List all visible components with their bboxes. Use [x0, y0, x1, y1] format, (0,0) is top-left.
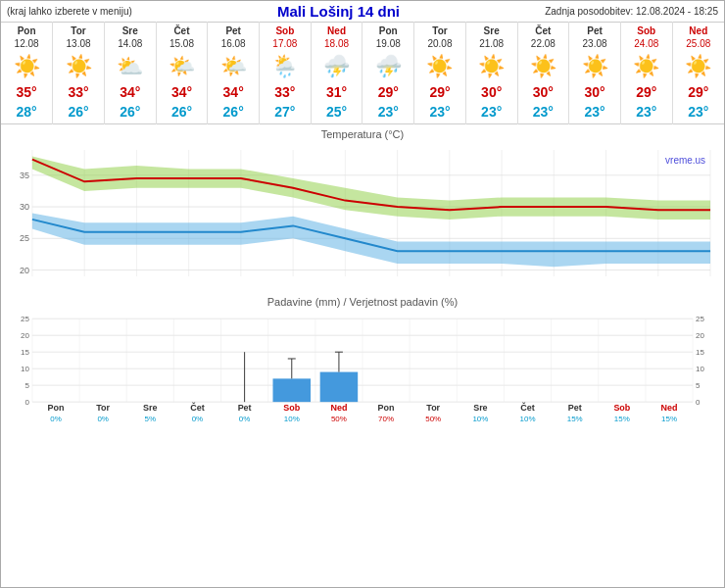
svg-text:30: 30 [20, 202, 29, 212]
svg-text:Ned: Ned [661, 404, 678, 414]
svg-text:15%: 15% [614, 416, 630, 424]
kraj-label: (kraj lahko izberete v meniju) [7, 6, 132, 17]
svg-text:Pon: Pon [48, 404, 65, 414]
temp-chart: 35302520vreme.us [5, 142, 720, 294]
svg-text:Čet: Čet [520, 403, 535, 414]
svg-text:20: 20 [696, 331, 704, 340]
svg-text:0%: 0% [50, 416, 62, 424]
svg-text:Sob: Sob [613, 404, 630, 414]
svg-text:0%: 0% [239, 416, 251, 424]
svg-marker-22 [32, 157, 710, 220]
svg-rect-59 [273, 378, 312, 402]
svg-text:Sre: Sre [143, 404, 158, 414]
page-title: Mali Lošinj 14 dni [277, 3, 400, 20]
svg-text:0%: 0% [192, 416, 204, 424]
svg-text:5: 5 [24, 381, 28, 390]
svg-text:35: 35 [20, 171, 29, 180]
precip-chart: 25252020151510105500PonTorSreČetPetSobNe… [5, 310, 720, 427]
svg-text:10: 10 [21, 365, 29, 373]
svg-text:0: 0 [696, 398, 700, 407]
svg-text:Pet: Pet [238, 404, 252, 414]
svg-text:10%: 10% [472, 416, 488, 424]
svg-text:50%: 50% [425, 416, 441, 424]
svg-text:5%: 5% [145, 416, 157, 424]
precip-chart-section: Padavine (mm) / Verjetnost padavin (%) 2… [1, 294, 724, 427]
svg-text:Ned: Ned [330, 404, 347, 414]
svg-text:0%: 0% [97, 416, 109, 424]
svg-text:70%: 70% [378, 416, 394, 424]
svg-text:25: 25 [696, 315, 704, 323]
svg-text:Tor: Tor [96, 404, 110, 414]
svg-text:15%: 15% [567, 416, 583, 424]
svg-text:25: 25 [20, 233, 29, 243]
svg-text:20: 20 [21, 331, 29, 340]
svg-marker-23 [32, 214, 710, 268]
temp-chart-section: Temperatura (°C) 35302520vreme.us [1, 124, 724, 294]
update-label: Zadnja posodobitev: 12.08.2024 - 18:25 [545, 6, 718, 17]
svg-text:5: 5 [696, 381, 700, 390]
svg-text:15%: 15% [661, 416, 677, 424]
svg-text:Tor: Tor [426, 404, 440, 414]
svg-text:10: 10 [696, 365, 704, 373]
svg-text:Pon: Pon [378, 404, 395, 414]
svg-text:Pet: Pet [568, 404, 582, 414]
svg-text:15: 15 [696, 348, 704, 357]
svg-text:20: 20 [20, 266, 29, 275]
svg-text:Sob: Sob [283, 404, 300, 414]
svg-text:25: 25 [21, 315, 29, 323]
svg-rect-62 [320, 372, 359, 403]
svg-text:0: 0 [24, 398, 28, 407]
precip-chart-title: Padavine (mm) / Verjetnost padavin (%) [1, 296, 724, 308]
svg-text:vreme.us: vreme.us [665, 155, 705, 166]
svg-text:15: 15 [21, 348, 29, 357]
svg-text:Čet: Čet [190, 403, 205, 414]
svg-text:Sre: Sre [473, 404, 488, 414]
top-bar: (kraj lahko izberete v meniju) Mali Loši… [1, 1, 724, 22]
svg-text:10%: 10% [284, 416, 300, 424]
temp-chart-title: Temperatura (°C) [1, 128, 724, 140]
forecast-table: PonTorSreČetPetSobNedPonTorSreČetPetSobN… [1, 22, 724, 124]
svg-text:50%: 50% [331, 416, 347, 424]
svg-text:10%: 10% [520, 416, 536, 424]
